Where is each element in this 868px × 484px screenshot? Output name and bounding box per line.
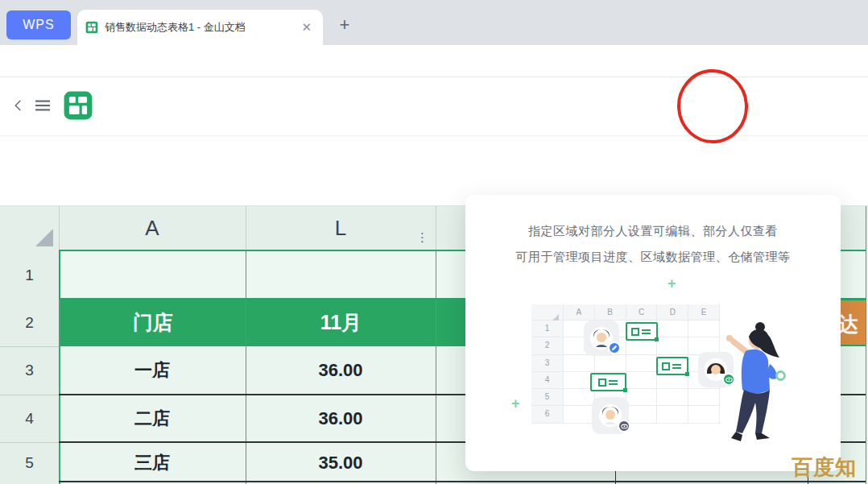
- view-eye-badge: [618, 420, 630, 432]
- cell-O2-partial-text: 达: [838, 311, 858, 337]
- row-header-4[interactable]: 4: [0, 395, 59, 442]
- row-header-1[interactable]: 1: [0, 250, 59, 300]
- wps-button[interactable]: WPS: [6, 10, 71, 39]
- cell-L4[interactable]: 36.00: [246, 395, 436, 442]
- editable-range-box: [626, 322, 658, 341]
- editor-avatar-bubble: [584, 321, 619, 356]
- new-tab-button[interactable]: +: [333, 14, 356, 37]
- popup-description-line1: 指定区域对部分人设置可编辑、部分人仅查看: [465, 224, 841, 239]
- ring-decoration: [775, 370, 786, 381]
- edit-pencil-badge: [608, 341, 621, 354]
- tab-close-icon[interactable]: ✕: [298, 20, 315, 35]
- popup-description-line2: 可用于管理项目进度、区域数据管理、仓储管理等: [465, 250, 841, 265]
- browser-tab[interactable]: 销售数据动态表格1 - 金山文档 ✕: [77, 10, 323, 45]
- browser-tab-strip: WPS 销售数据动态表格1 - 金山文档 ✕ +: [0, 0, 868, 45]
- tab-title: 销售数据动态表格1 - 金山文档: [105, 20, 298, 35]
- mini-corner-triangle: [552, 314, 559, 321]
- select-all-corner[interactable]: [35, 229, 53, 246]
- editable-range-box: [656, 357, 688, 375]
- cell-A3[interactable]: 一店: [59, 346, 246, 395]
- col-header-A[interactable]: A: [59, 206, 246, 250]
- app-header: 销售数据动态表格1 ☆ 我的文档 开始 插入 数据 公式 协作 视图 效率: [0, 77, 868, 135]
- cell-A5[interactable]: 三店: [59, 442, 246, 484]
- watermark: 百度知道: [792, 453, 868, 484]
- sparkle-icon: +: [511, 395, 520, 412]
- spreadsheet-doc-icon: [85, 21, 98, 34]
- sparkle-icon: +: [668, 275, 676, 292]
- browser-nav-bar: https://www.kdocs.cn/p/145779251323?pcEn…: [0, 45, 868, 77]
- permission-toolbar: 列权限 区域权限 文档定稿: [0, 135, 868, 181]
- column-more-icon[interactable]: ⋮: [416, 230, 428, 245]
- app-back-icon[interactable]: [11, 98, 26, 113]
- viewer-avatar-bubble: [592, 397, 629, 434]
- row-header-3[interactable]: 3: [0, 346, 59, 395]
- editable-range-box: [590, 373, 626, 391]
- spreadsheet-app-icon: [63, 90, 93, 121]
- col-header-L[interactable]: L: [246, 206, 436, 250]
- collaboration-feature-popup: 指定区域对部分人设置可编辑、部分人仅查看 可用于管理项目进度、区域数据管理、仓储…: [465, 195, 841, 471]
- row-header-5[interactable]: 5: [0, 442, 59, 484]
- cell-L2[interactable]: 11月: [246, 300, 436, 345]
- cell-L3[interactable]: 36.00: [246, 346, 436, 395]
- cell-A2[interactable]: 门店: [60, 300, 246, 345]
- viewer-avatar-bubble: [698, 352, 734, 387]
- view-eye-badge: [722, 373, 735, 386]
- row-header-2[interactable]: 2: [0, 300, 59, 345]
- cell-A4[interactable]: 二店: [59, 395, 246, 442]
- menu-hamburger-icon[interactable]: [34, 98, 52, 113]
- cell-L5[interactable]: 35.00: [246, 442, 436, 484]
